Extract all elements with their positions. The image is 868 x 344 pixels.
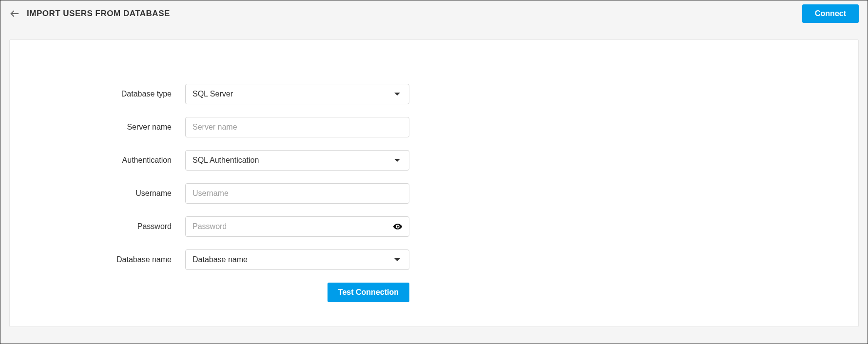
- content-wrap: Database type SQL Server Server name Aut…: [0, 39, 868, 336]
- page-header: IMPORT USERS FROM DATABASE Connect: [0, 0, 868, 27]
- form-actions: Test Connection: [10, 283, 409, 302]
- db-connection-form: Database type SQL Server Server name Aut…: [10, 84, 419, 302]
- database-type-value: SQL Server: [193, 90, 233, 98]
- password-input[interactable]: [185, 216, 409, 237]
- row-database-name: Database name Database name: [10, 249, 419, 270]
- caret-down-icon: [394, 159, 400, 162]
- subheader-strip: [0, 27, 868, 39]
- label-database-name: Database name: [10, 255, 185, 264]
- form-panel: Database type SQL Server Server name Aut…: [9, 39, 859, 327]
- header-left: IMPORT USERS FROM DATABASE: [9, 8, 170, 19]
- database-type-select[interactable]: SQL Server: [185, 84, 409, 104]
- username-input[interactable]: [185, 183, 409, 204]
- page-title: IMPORT USERS FROM DATABASE: [27, 9, 170, 19]
- authentication-value: SQL Authentication: [193, 156, 259, 165]
- back-arrow-icon[interactable]: [9, 8, 20, 19]
- label-authentication: Authentication: [10, 156, 185, 165]
- database-name-value: Database name: [193, 255, 248, 264]
- test-connection-button[interactable]: Test Connection: [328, 283, 409, 302]
- caret-down-icon: [394, 93, 400, 96]
- label-username: Username: [10, 189, 185, 198]
- connect-button[interactable]: Connect: [802, 4, 859, 23]
- label-database-type: Database type: [10, 90, 185, 98]
- label-server-name: Server name: [10, 123, 185, 132]
- row-password: Password: [10, 216, 419, 237]
- row-database-type: Database type SQL Server: [10, 84, 419, 104]
- authentication-select[interactable]: SQL Authentication: [185, 150, 409, 171]
- eye-icon[interactable]: [393, 222, 403, 231]
- row-username: Username: [10, 183, 419, 204]
- label-password: Password: [10, 222, 185, 231]
- row-authentication: Authentication SQL Authentication: [10, 150, 419, 171]
- caret-down-icon: [394, 258, 400, 261]
- database-name-select[interactable]: Database name: [185, 249, 409, 270]
- server-name-input[interactable]: [185, 117, 409, 137]
- row-server-name: Server name: [10, 117, 419, 137]
